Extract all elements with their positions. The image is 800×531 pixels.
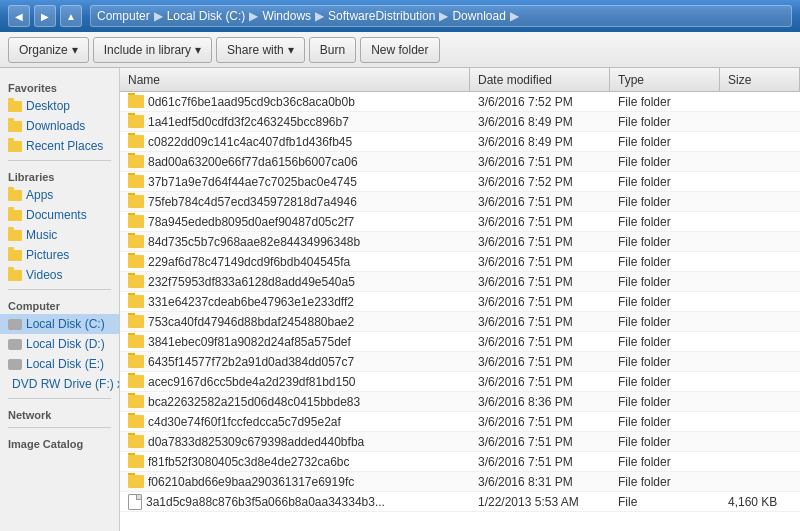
table-row[interactable]: 753ca40fd47946d88bdaf2454880bae23/6/2016… (120, 312, 800, 332)
hdd-icon (8, 319, 22, 330)
file-type-cell: File folder (610, 93, 720, 111)
forward-button[interactable]: ▶ (34, 5, 56, 27)
table-row[interactable]: 331e64237cdeab6be47963e1e233dff23/6/2016… (120, 292, 800, 312)
file-date-cell: 3/6/2016 7:51 PM (470, 233, 610, 251)
back-button[interactable]: ◀ (8, 5, 30, 27)
col-name[interactable]: Name (120, 68, 470, 91)
file-name-cell: bca22632582a215d06d48c0415bbde83 (120, 393, 470, 411)
table-row[interactable]: acec9167d6cc5bde4a2d239df81bd1503/6/2016… (120, 372, 800, 392)
file-name-cell: 3841ebec09f81a9082d24af85a575def (120, 333, 470, 351)
table-row[interactable]: 0d61c7f6be1aad95cd9cb36c8aca0b0b3/6/2016… (120, 92, 800, 112)
file-name-text: 1a41edf5d0cdfd3f2c463245bcc896b7 (148, 115, 349, 129)
file-list: 0d61c7f6be1aad95cd9cb36c8aca0b0b3/6/2016… (120, 92, 800, 531)
table-row[interactable]: 3a1d5c9a88c876b3f5a066b8a0aa34334b3...1/… (120, 492, 800, 512)
breadcrumb[interactable]: Computer ▶ Local Disk (C:) ▶ Windows ▶ S… (90, 5, 792, 27)
sidebar-item-apps[interactable]: Apps (0, 185, 119, 205)
file-date-cell: 3/6/2016 7:51 PM (470, 313, 610, 331)
col-date[interactable]: Date modified (470, 68, 610, 91)
table-row[interactable]: c0822dd09c141c4ac407dfb1d436fb453/6/2016… (120, 132, 800, 152)
file-size-cell (720, 140, 800, 144)
folder-icon (8, 230, 22, 241)
burn-button[interactable]: Burn (309, 37, 356, 63)
up-button[interactable]: ▲ (60, 5, 82, 27)
file-date-cell: 3/6/2016 7:51 PM (470, 453, 610, 471)
file-name-cell: 8ad00a63200e66f77da6156b6007ca06 (120, 153, 470, 171)
sidebar-item-local-c[interactable]: Local Disk (C:) (0, 314, 119, 334)
file-name-text: d0a7833d825309c679398added440bfba (148, 435, 364, 449)
sidebar-item-music[interactable]: Music (0, 225, 119, 245)
table-row[interactable]: f06210abd66e9baa290361317e6919fc3/6/2016… (120, 472, 800, 492)
file-name-text: 8ad00a63200e66f77da6156b6007ca06 (148, 155, 358, 169)
file-type-cell: File folder (610, 473, 720, 491)
file-type-cell: File folder (610, 373, 720, 391)
breadcrumb-softwaredist[interactable]: SoftwareDistribution (328, 9, 435, 23)
include-library-button[interactable]: Include in library ▾ (93, 37, 212, 63)
table-row[interactable]: 1a41edf5d0cdfd3f2c463245bcc896b73/6/2016… (120, 112, 800, 132)
table-row[interactable]: 78a945ededb8095d0aef90487d05c2f73/6/2016… (120, 212, 800, 232)
file-type-cell: File (610, 493, 720, 511)
sidebar-item-documents[interactable]: Documents (0, 205, 119, 225)
file-date-cell: 3/6/2016 7:51 PM (470, 373, 610, 391)
col-size[interactable]: Size (720, 68, 800, 91)
table-row[interactable]: f81fb52f3080405c3d8e4de2732ca6bc3/6/2016… (120, 452, 800, 472)
file-name-text: 6435f14577f72b2a91d0ad384dd057c7 (148, 355, 354, 369)
breadcrumb-windows[interactable]: Windows (262, 9, 311, 23)
computer-header: Computer (0, 294, 119, 314)
hdd-icon (8, 339, 22, 350)
col-type[interactable]: Type (610, 68, 720, 91)
file-date-cell: 3/6/2016 7:51 PM (470, 153, 610, 171)
breadcrumb-computer[interactable]: Computer (97, 9, 150, 23)
sidebar-item-downloads[interactable]: Downloads (0, 116, 119, 136)
file-name-text: acec9167d6cc5bde4a2d239df81bd150 (148, 375, 356, 389)
file-size-cell (720, 400, 800, 404)
sidebar-item-videos[interactable]: Videos (0, 265, 119, 285)
column-header: Name Date modified Type Size (120, 68, 800, 92)
table-row[interactable]: 3841ebec09f81a9082d24af85a575def3/6/2016… (120, 332, 800, 352)
new-folder-button[interactable]: New folder (360, 37, 439, 63)
file-size-cell (720, 260, 800, 264)
sidebar-item-pictures[interactable]: Pictures (0, 245, 119, 265)
file-date-cell: 3/6/2016 8:36 PM (470, 393, 610, 411)
table-row[interactable]: bca22632582a215d06d48c0415bbde833/6/2016… (120, 392, 800, 412)
folder-icon (128, 335, 144, 348)
file-name-cell: f81fb52f3080405c3d8e4de2732ca6bc (120, 453, 470, 471)
favorites-header: Favorites (0, 76, 119, 96)
share-with-button[interactable]: Share with ▾ (216, 37, 305, 63)
file-date-cell: 3/6/2016 7:52 PM (470, 93, 610, 111)
table-row[interactable]: d0a7833d825309c679398added440bfba3/6/201… (120, 432, 800, 452)
file-type-cell: File folder (610, 213, 720, 231)
organize-button[interactable]: Organize ▾ (8, 37, 89, 63)
sidebar-item-local-e[interactable]: Local Disk (E:) (0, 354, 119, 374)
folder-icon (128, 255, 144, 268)
folder-icon (128, 355, 144, 368)
table-row[interactable]: 84d735c5b7c968aae82e84434996348b3/6/2016… (120, 232, 800, 252)
table-row[interactable]: 6435f14577f72b2a91d0ad384dd057c73/6/2016… (120, 352, 800, 372)
folder-icon (8, 190, 22, 201)
file-name-cell: 1a41edf5d0cdfd3f2c463245bcc896b7 (120, 113, 470, 131)
file-name-text: 84d735c5b7c968aae82e84434996348b (148, 235, 360, 249)
file-type-cell: File folder (610, 353, 720, 371)
table-row[interactable]: c4d30e74f60f1fccfedcca5c7d95e2af3/6/2016… (120, 412, 800, 432)
breadcrumb-download[interactable]: Download (452, 9, 505, 23)
sidebar-item-local-d[interactable]: Local Disk (D:) (0, 334, 119, 354)
file-date-cell: 3/6/2016 7:51 PM (470, 253, 610, 271)
sidebar-divider-2 (8, 289, 111, 290)
file-type-cell: File folder (610, 273, 720, 291)
file-name-cell: 37b71a9e7d64f44ae7c7025bac0e4745 (120, 173, 470, 191)
file-size-cell (720, 240, 800, 244)
file-size-cell (720, 120, 800, 124)
table-row[interactable]: 232f75953df833a6128d8add49e540a53/6/2016… (120, 272, 800, 292)
breadcrumb-drive[interactable]: Local Disk (C:) (167, 9, 246, 23)
title-bar: ◀ ▶ ▲ Computer ▶ Local Disk (C:) ▶ Windo… (0, 0, 800, 32)
sidebar-item-recent-places[interactable]: Recent Places (0, 136, 119, 156)
folder-icon (128, 155, 144, 168)
folder-icon (128, 455, 144, 468)
file-size-cell (720, 100, 800, 104)
table-row[interactable]: 37b71a9e7d64f44ae7c7025bac0e47453/6/2016… (120, 172, 800, 192)
table-row[interactable]: 75feb784c4d57ecd345972818d7a49463/6/2016… (120, 192, 800, 212)
file-date-cell: 3/6/2016 7:51 PM (470, 293, 610, 311)
sidebar-item-dvd[interactable]: DVD RW Drive (F:) xx (0, 374, 119, 394)
table-row[interactable]: 229af6d78c47149dcd9f6bdb404545fa3/6/2016… (120, 252, 800, 272)
table-row[interactable]: 8ad00a63200e66f77da6156b6007ca063/6/2016… (120, 152, 800, 172)
sidebar-item-desktop[interactable]: Desktop (0, 96, 119, 116)
